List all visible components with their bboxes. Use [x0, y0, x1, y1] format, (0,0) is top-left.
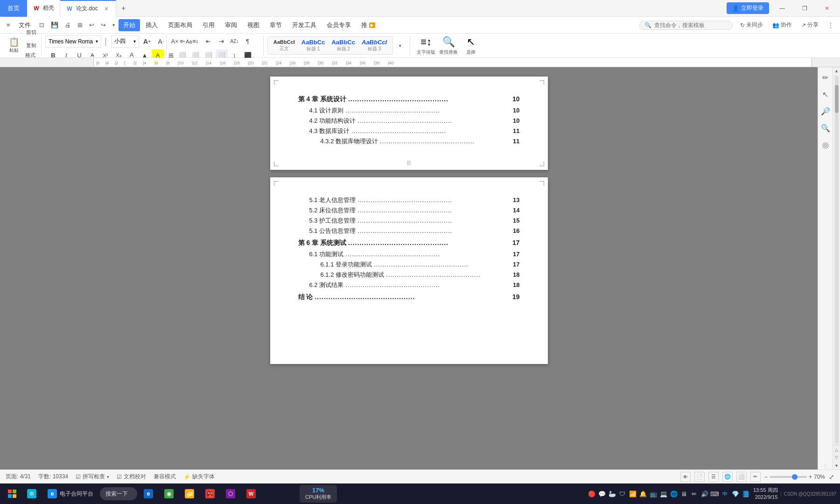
history-dropdown[interactable]: ▾	[110, 21, 118, 29]
font-size-decrease-button[interactable]: A-	[155, 35, 167, 48]
taskbar-browser3-app[interactable]: ◉	[160, 485, 178, 502]
sidebar-edit-icon[interactable]: ✏	[819, 71, 832, 84]
styles-more-button[interactable]: ▾	[394, 40, 406, 52]
view-outline-button[interactable]: ☰	[708, 472, 719, 482]
restore-button[interactable]: ❐	[795, 0, 814, 17]
taskbar-search-box[interactable]: 搜索一下	[100, 487, 137, 500]
doc-check[interactable]: ☑ 文档校对	[117, 473, 146, 481]
menu-review[interactable]: 审阅	[220, 19, 242, 31]
menu-references[interactable]: 引用	[198, 19, 219, 31]
add-tab-button[interactable]: +	[116, 0, 131, 17]
sound-icon[interactable]: 🔊	[700, 489, 709, 498]
fullscreen-button[interactable]: ⤢	[829, 473, 834, 481]
display-icon[interactable]: 📺	[649, 489, 658, 498]
taskbar-app5[interactable]: 👺	[201, 485, 219, 502]
book-icon[interactable]: 📘	[741, 489, 750, 498]
sidebar-cursor-icon[interactable]: ↖	[819, 88, 832, 101]
number-list-button[interactable]: ≡1	[189, 35, 202, 48]
sidebar-target-icon[interactable]: ◎	[819, 138, 832, 151]
scroll-thumb[interactable]	[835, 85, 839, 113]
show-marks-button[interactable]: ¶	[242, 35, 254, 48]
more-menu-button[interactable]: ⋮	[825, 21, 836, 29]
message-icon[interactable]: 💬	[597, 489, 607, 498]
tab-daoke[interactable]: W 稻壳	[27, 0, 60, 17]
sort-button[interactable]: AZ↕	[229, 35, 241, 48]
undo-button[interactable]: ↩	[86, 20, 97, 30]
login-button[interactable]: 👤 立即登录	[727, 2, 769, 14]
vertical-scrollbar[interactable]: ▲ △ ▽ ▼	[833, 67, 840, 469]
scroll-page-up-arrow[interactable]: △	[833, 446, 840, 454]
clipboard-icon[interactable]: ⊡	[36, 20, 47, 30]
paste-button[interactable]: 📋 粘贴	[4, 38, 24, 53]
cut-button[interactable]: 剪切	[25, 27, 37, 39]
font-name-dropdown[interactable]: Times New Roma ▾	[45, 35, 101, 48]
decrease-indent-button[interactable]: ⇤	[203, 35, 215, 48]
sync-button[interactable]: ↻ 未同步	[737, 20, 766, 30]
style-heading3[interactable]: AaBbCcI 标题 3	[360, 38, 389, 54]
scroll-up-arrow[interactable]: ▲	[833, 67, 840, 75]
menu-layout[interactable]: 页面布局	[163, 19, 197, 31]
view-edit-button[interactable]: ✏	[750, 472, 761, 482]
missing-font[interactable]: ⚡ 缺失字体	[183, 473, 215, 481]
font-size-increase-button[interactable]: A+	[141, 35, 153, 48]
redo-button[interactable]: ↪	[98, 20, 109, 30]
zoom-in-button[interactable]: +	[809, 474, 812, 480]
menu-start[interactable]: 开始	[119, 19, 140, 31]
print-icon[interactable]: 🖨	[62, 20, 74, 30]
home-tab[interactable]: 首页	[0, 0, 27, 17]
taskbar-browser-app[interactable]: e 电子合同平台	[43, 485, 98, 502]
view-page-button[interactable]: 📄	[694, 472, 705, 482]
copy-button[interactable]: 复制	[25, 40, 37, 52]
close-tab-icon[interactable]: ✕	[103, 5, 110, 13]
taskbar-app6[interactable]: ⬡	[221, 485, 240, 502]
bullet-list-button[interactable]: ≡•	[176, 35, 189, 48]
font-size-dropdown[interactable]: 小四 ▾	[111, 35, 139, 48]
zoom-out-button[interactable]: −	[764, 474, 768, 480]
goose-icon[interactable]: 🦢	[608, 489, 617, 498]
format-icon[interactable]: ⊞	[75, 20, 85, 30]
menu-view[interactable]: 视图	[243, 19, 264, 31]
wifi-icon[interactable]: 📶	[628, 489, 637, 498]
text-layout-button[interactable]: ≡↕ 文字排版	[416, 35, 436, 56]
globe-icon[interactable]: 🌐	[669, 489, 679, 498]
scroll-track[interactable]	[835, 76, 839, 444]
share-button[interactable]: ↗ 分享	[798, 20, 821, 30]
select-button[interactable]: ↖ 选择	[461, 35, 481, 56]
taskbar-fan-app[interactable]: ❄	[22, 485, 41, 502]
style-normal[interactable]: AaBbCcI 正文	[272, 38, 297, 53]
sidebar-zoom-icon[interactable]: 🔎	[819, 105, 832, 118]
minimize-button[interactable]: —	[773, 0, 791, 17]
menu-recommend[interactable]: 推▶	[357, 19, 380, 31]
scroll-page-down-arrow[interactable]: ▽	[833, 454, 840, 461]
taskbar-ie2-app[interactable]: e	[139, 485, 158, 502]
zoom-slider[interactable]	[770, 476, 807, 478]
command-search[interactable]: 🔍	[639, 21, 733, 30]
close-button[interactable]: ✕	[818, 0, 836, 17]
menu-developer[interactable]: 开发工具	[287, 19, 321, 31]
menu-insert[interactable]: 插入	[141, 19, 162, 31]
increase-indent-button[interactable]: ⇥	[216, 35, 228, 48]
find-replace-button[interactable]: 🔍 查找替换	[438, 35, 459, 56]
chinese-icon[interactable]: 中	[721, 489, 730, 498]
view-split-button[interactable]: ⬜	[736, 472, 747, 482]
menu-chapter[interactable]: 章节	[265, 19, 287, 31]
style-heading2[interactable]: AaBbCc 标题 2	[329, 38, 357, 54]
keyboard-icon[interactable]: ⌨	[710, 489, 720, 498]
hamburger-menu[interactable]: ≡	[4, 20, 13, 30]
shield-icon[interactable]: 🛡	[618, 489, 627, 498]
tab-doc[interactable]: W 论文.doc ✕	[60, 0, 116, 17]
antivirus-icon[interactable]: 🔴	[587, 489, 596, 498]
collab-button[interactable]: 👥 协作	[770, 20, 795, 30]
taskbar-wps-app[interactable]: W	[242, 485, 260, 502]
doc-area[interactable]: 第 4 章 系统设计 .............................…	[0, 67, 818, 469]
sidebar-search2-icon[interactable]: 🔍	[819, 121, 832, 134]
scroll-down-arrow[interactable]: ▼	[833, 462, 840, 469]
taskbar-folder-app[interactable]: 📁	[180, 485, 199, 502]
start-button[interactable]	[4, 485, 21, 502]
view-web-button[interactable]: 🌐	[722, 472, 733, 482]
laptop-icon[interactable]: 💻	[659, 489, 668, 498]
command-search-input[interactable]	[654, 22, 720, 28]
save-icon[interactable]: 💾	[48, 20, 61, 30]
spell-check[interactable]: ☑ 拼写检查 ▾	[76, 473, 109, 481]
bell-icon[interactable]: 🔔	[638, 489, 648, 498]
